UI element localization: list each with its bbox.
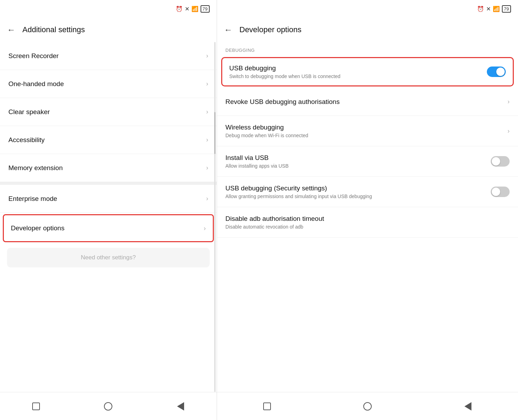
item-title: USB debugging (Security settings): [225, 184, 372, 192]
item-title: Memory extension: [8, 164, 63, 172]
settings-item-one-handed-mode[interactable]: One-handed mode ›: [0, 70, 217, 98]
item-title: Enterprise mode: [8, 195, 57, 203]
wifi-icon: 📶: [493, 6, 500, 12]
right-phone-panel: ⏰ ✕ 📶 79 ← Developer options DEBUGGING U…: [217, 0, 518, 420]
left-status-bar: ⏰ ✕ 📶 79: [0, 0, 217, 18]
left-settings-list: Screen Recorder › One-handed mode › Clea…: [0, 42, 217, 392]
chevron-icon: ›: [507, 98, 510, 105]
scrollbar-track[interactable]: [214, 42, 216, 392]
chevron-icon: ›: [204, 225, 206, 232]
item-subtitle: Debug mode when Wi-Fi is connected: [225, 133, 308, 138]
thick-divider: [0, 182, 217, 185]
item-subtitle: Disable automatic revocation of adb: [225, 224, 324, 230]
nav-back-button[interactable]: [176, 401, 186, 411]
chevron-icon: ›: [206, 52, 208, 59]
chevron-icon: ›: [206, 136, 208, 144]
triangle-icon: [464, 402, 471, 411]
alarm-icon: ⏰: [176, 6, 183, 12]
toggle-knob: [496, 68, 505, 76]
back-button[interactable]: ←: [7, 25, 15, 35]
install-via-usb-toggle[interactable]: [491, 156, 510, 167]
right-page-title: Developer options: [239, 25, 301, 34]
settings-item-accessibility[interactable]: Accessibility ›: [0, 126, 217, 154]
left-page-header: ← Additional settings: [0, 18, 217, 42]
left-nav-bar: [0, 392, 217, 420]
triangle-icon: [177, 402, 184, 411]
right-nav-bar: [217, 392, 518, 420]
item-title: Install via USB: [225, 154, 289, 162]
toggle-knob: [492, 157, 500, 166]
item-title: Wireless debugging: [225, 124, 308, 131]
item-title: Clear speaker: [8, 108, 50, 116]
circle-icon: [363, 402, 372, 411]
square-icon: [32, 402, 40, 410]
settings-item-developer-options[interactable]: Developer options ›: [3, 214, 214, 242]
settings-item-wireless-debugging[interactable]: Wireless debugging Debug mode when Wi-Fi…: [217, 116, 518, 146]
chevron-icon: ›: [206, 80, 208, 88]
item-title: Accessibility: [8, 136, 44, 144]
right-status-bar: ⏰ ✕ 📶 79: [217, 0, 518, 18]
debugging-section-label: DEBUGGING: [217, 42, 518, 56]
chevron-icon: ›: [507, 127, 510, 135]
chevron-icon: ›: [206, 164, 208, 172]
left-phone-panel: ⏰ ✕ 📶 79 ← Additional settings Screen Re…: [0, 0, 217, 420]
settings-item-enterprise-mode[interactable]: Enterprise mode ›: [0, 185, 217, 213]
chevron-icon: ›: [206, 108, 208, 115]
nav-square-button[interactable]: [31, 401, 41, 411]
other-settings-label: Need other settings?: [81, 254, 136, 261]
item-title: USB debugging: [229, 64, 341, 72]
item-title: Developer options: [11, 224, 64, 232]
item-title: One-handed mode: [8, 80, 64, 88]
back-button[interactable]: ←: [224, 25, 232, 35]
settings-item-clear-speaker[interactable]: Clear speaker ›: [0, 98, 217, 126]
usb-debugging-toggle[interactable]: [487, 66, 506, 77]
item-subtitle: Allow granting permissions and simulatin…: [225, 194, 372, 199]
settings-item-usb-debugging[interactable]: USB debugging Switch to debugging mode w…: [221, 57, 514, 86]
wifi-icon: 📶: [191, 6, 198, 12]
settings-item-install-via-usb[interactable]: Install via USB Allow installing apps vi…: [217, 146, 518, 177]
item-title: Screen Recorder: [8, 52, 59, 60]
nav-back-button[interactable]: [463, 401, 473, 411]
item-subtitle: Allow installing apps via USB: [225, 163, 289, 169]
battery-icon: 79: [201, 5, 210, 13]
settings-item-usb-debugging-security[interactable]: USB debugging (Security settings) Allow …: [217, 177, 518, 207]
alarm-icon: ⏰: [477, 6, 484, 12]
nav-square-button[interactable]: [262, 401, 272, 411]
chevron-icon: ›: [206, 195, 208, 202]
circle-icon: [104, 402, 112, 411]
x-icon: ✕: [486, 6, 491, 12]
toggle-knob: [492, 188, 500, 196]
square-icon: [263, 402, 271, 410]
right-settings-list: USB debugging Switch to debugging mode w…: [217, 56, 518, 392]
x-icon: ✕: [185, 6, 189, 12]
scrollbar-thumb[interactable]: [214, 112, 216, 154]
settings-item-screen-recorder[interactable]: Screen Recorder ›: [0, 42, 217, 70]
battery-icon: 79: [502, 5, 511, 13]
item-title: Revoke USB debugging authorisations: [225, 98, 340, 106]
item-title: Disable adb authorisation timeout: [225, 215, 324, 223]
nav-home-button[interactable]: [103, 401, 113, 411]
item-subtitle: Switch to debugging mode when USB is con…: [229, 74, 341, 79]
left-page-title: Additional settings: [22, 25, 85, 34]
settings-item-revoke-usb[interactable]: Revoke USB debugging authorisations ›: [217, 88, 518, 116]
usb-debugging-security-toggle[interactable]: [491, 187, 510, 197]
settings-item-disable-adb[interactable]: Disable adb authorisation timeout Disabl…: [217, 207, 518, 238]
right-page-header: ← Developer options: [217, 18, 518, 42]
settings-item-memory-extension[interactable]: Memory extension ›: [0, 154, 217, 182]
nav-home-button[interactable]: [363, 401, 372, 411]
other-settings-button[interactable]: Need other settings?: [7, 248, 210, 267]
